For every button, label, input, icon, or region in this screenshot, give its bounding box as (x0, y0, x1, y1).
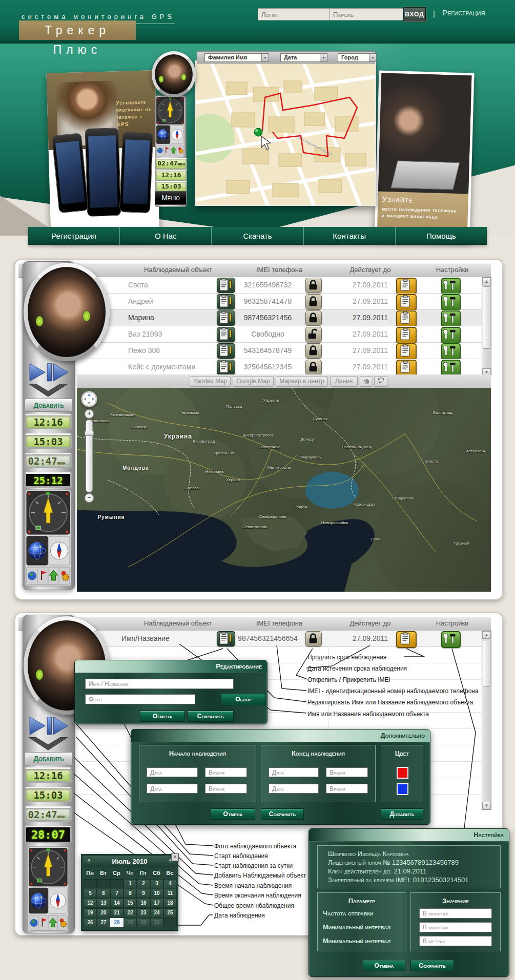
settings-icon[interactable] (441, 327, 461, 344)
calendar-prev-icon[interactable]: ◄ (85, 857, 92, 864)
interval-minutes-field[interactable] (419, 922, 492, 932)
scroll-up-icon[interactable]: ▲ (482, 631, 491, 639)
edit-dialog-titlebar[interactable]: Редактирование (75, 660, 267, 673)
map-pan-control[interactable] (81, 391, 97, 407)
start-date-field[interactable] (147, 767, 198, 777)
zoom-out-button[interactable]: − (85, 493, 94, 503)
extend-period-icon[interactable] (396, 343, 417, 360)
end-date-field[interactable] (269, 767, 319, 777)
calendar-day[interactable]: 24 (150, 908, 163, 918)
line-button[interactable]: Линия (330, 376, 358, 387)
calendar-day[interactable]: 25 (163, 908, 177, 918)
cancel-button[interactable]: Отмена (140, 711, 185, 722)
interval-meters-field[interactable] (419, 936, 492, 946)
calendar-day[interactable]: 3 (150, 879, 163, 888)
extend-period-icon[interactable] (396, 278, 417, 295)
lock-icon[interactable] (305, 278, 322, 293)
zoom-slider-thumb[interactable] (85, 431, 94, 436)
table-row[interactable]: Андрей 963258741478 27.09.2011 (77, 294, 482, 310)
table-row-example[interactable]: Имя/Название 987456321456654 27.09.2011 (77, 631, 482, 647)
settings-dialog-titlebar[interactable]: Настройка (309, 829, 509, 841)
extend-period-icon[interactable] (396, 310, 417, 327)
calendar-day[interactable]: 4 (163, 879, 177, 888)
start-time-field-2[interactable] (205, 784, 247, 794)
red-color-swatch[interactable] (397, 767, 408, 779)
city-dropdown[interactable]: Город▼ (338, 53, 377, 62)
calendar-day[interactable]: 11 (163, 889, 177, 898)
satellite-map[interactable]: Украина Молдова Румыния Тернополь Хмельн… (77, 388, 491, 592)
calendar-day[interactable]: 14 (110, 899, 123, 908)
end-date-field-2[interactable] (269, 784, 319, 794)
start-time-field[interactable] (205, 767, 247, 777)
menu-button[interactable]: Меню (155, 191, 187, 205)
edit-object-icon[interactable] (217, 327, 235, 342)
pan-tool-button[interactable] (360, 376, 373, 387)
save-button[interactable]: Сохранить (188, 711, 234, 722)
blue-color-swatch[interactable] (397, 783, 408, 795)
register-link[interactable]: Регистрация (442, 8, 485, 17)
playback-controls[interactable] (26, 362, 71, 398)
yandex-map-button[interactable]: Yandex Map (190, 376, 231, 387)
calendar-day[interactable]: 20 (97, 908, 110, 918)
save-button[interactable]: Сохранить (261, 808, 304, 820)
extra-dialog-titlebar[interactable]: Дополнительно (131, 729, 430, 742)
table-row[interactable]: Света 321655498732 27.09.2011 (77, 277, 482, 294)
zoom-in-button[interactable]: + (85, 409, 94, 419)
calendar-day[interactable]: 7 (110, 889, 123, 898)
center-marker-button[interactable]: Маркер в центр (276, 376, 328, 387)
calendar-day[interactable]: 10 (150, 889, 163, 898)
polygon-tool-button[interactable] (374, 376, 387, 387)
calendar-day[interactable]: 18 (163, 899, 177, 908)
calendar-day[interactable]: 6 (97, 889, 110, 898)
nav-item-help[interactable]: Помощь (396, 227, 487, 245)
extend-period-icon[interactable] (396, 327, 417, 344)
calendar-day[interactable]: 19 (84, 908, 97, 918)
frequency-value-field[interactable] (419, 908, 492, 919)
end-time-field[interactable] (326, 767, 368, 777)
name-field[interactable] (85, 679, 234, 689)
photo-field[interactable] (85, 694, 195, 704)
lock-icon[interactable] (305, 294, 322, 309)
settings-icon[interactable] (441, 343, 461, 360)
save-button[interactable]: Сохранить (410, 960, 454, 971)
calendar-day[interactable]: 21 (110, 908, 123, 918)
login-input[interactable] (258, 8, 332, 20)
lock-open-icon[interactable] (305, 327, 322, 342)
map-marker[interactable] (254, 128, 262, 136)
settings-icon[interactable] (441, 310, 461, 327)
add-button[interactable]: Добавить (381, 808, 423, 820)
lock-icon[interactable] (305, 631, 322, 647)
calendar-day[interactable]: 1 (123, 879, 137, 888)
calendar-day[interactable]: 23 (137, 908, 150, 918)
settings-icon[interactable] (441, 294, 461, 311)
calendar-day[interactable]: 5 (84, 889, 97, 898)
calendar-day[interactable]: 16 (137, 899, 150, 908)
table-scrollbar[interactable]: ▲ ▼ (482, 277, 491, 377)
dropdown-arrow-icon[interactable]: ▼ (261, 54, 269, 61)
end-time-field-2[interactable] (326, 784, 368, 794)
table-row[interactable]: Кейс с документами 325645612345 27.09.20… (77, 359, 482, 376)
scrollbar-thumb[interactable] (483, 286, 490, 349)
nav-item-contacts[interactable]: Контакты (304, 227, 396, 245)
surname-dropdown[interactable]: Фамилия Имя▼ (204, 53, 269, 62)
calendar-day[interactable]: 12 (84, 899, 97, 908)
login-button[interactable]: ВХОД (403, 7, 426, 22)
start-date-field-2[interactable] (147, 784, 198, 794)
date-dropdown[interactable]: Дата▼ (280, 53, 327, 62)
lock-icon[interactable] (305, 310, 322, 326)
edit-object-icon[interactable] (217, 360, 235, 375)
add-object-button[interactable]: Добавить (25, 399, 73, 412)
password-input[interactable] (329, 8, 403, 20)
scroll-up-icon[interactable]: ▲ (482, 278, 491, 285)
scroll-down-icon[interactable]: ▼ (482, 802, 491, 809)
calendar-day[interactable]: 9 (137, 889, 150, 898)
extend-period-icon[interactable] (396, 631, 417, 648)
settings-icon[interactable] (441, 278, 461, 295)
nav-item-download[interactable]: Скачать (212, 227, 303, 245)
dropdown-arrow-icon[interactable]: ▼ (320, 54, 327, 61)
browse-button[interactable]: Обзор (221, 693, 266, 705)
dropdown-arrow-icon[interactable]: ▼ (369, 54, 376, 61)
edit-object-icon[interactable] (217, 343, 235, 359)
playback-controls[interactable] (26, 715, 71, 751)
google-map-button[interactable]: Google Map (233, 376, 274, 387)
